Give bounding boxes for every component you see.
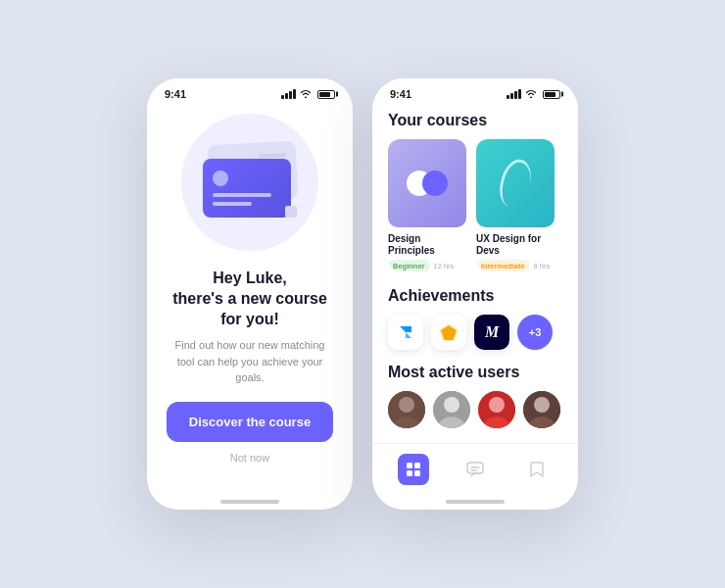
svg-rect-16 <box>407 470 412 476</box>
left-status-bar: 9:41 <box>147 78 353 104</box>
nav-bookmark-icon[interactable] <box>521 454 553 485</box>
right-home-indicator <box>372 494 578 510</box>
course-name-2: UX Design for Devs <box>476 233 555 257</box>
svg-rect-15 <box>414 463 420 468</box>
active-users-title: Most active users <box>388 364 562 381</box>
right-status-bar: 9:41 <box>372 78 578 104</box>
left-text-block: Hey Luke, there's a new course for you! … <box>167 269 333 386</box>
right-status-icons <box>507 89 560 100</box>
left-phone: 9:41 <box>147 78 353 510</box>
svg-point-6 <box>444 397 459 413</box>
achievement-icons-list: M +3 <box>388 315 562 350</box>
svg-point-9 <box>489 397 505 413</box>
thumb-wave <box>495 156 536 211</box>
nav-chat-icon[interactable] <box>459 454 491 485</box>
right-wifi-icon <box>525 89 537 100</box>
left-status-time: 9:41 <box>165 88 186 100</box>
course-hours-1: 12 hrs <box>434 262 455 270</box>
not-now-link[interactable]: Not now <box>230 452 269 464</box>
course-meta-2: Intermediate 8 hrs <box>476 260 555 271</box>
active-users-section: Most active users <box>388 364 562 436</box>
achievements-section: Achievements <box>388 287 562 350</box>
svg-rect-17 <box>414 470 420 476</box>
left-title: Hey Luke, there's a new course for you! <box>167 269 333 329</box>
course-meta-1: Beginner 12 hrs <box>388 260 466 271</box>
left-status-icons <box>281 89 335 100</box>
courses-section-title: Your courses <box>388 112 562 129</box>
course-badge-2: Intermediate <box>476 260 530 271</box>
right-phone: 9:41 <box>372 78 578 510</box>
achievements-more[interactable]: +3 <box>517 315 553 350</box>
card-corner <box>285 206 297 218</box>
wifi-icon <box>300 89 312 100</box>
left-subtitle: Find out how our new matching tool can h… <box>167 337 333 386</box>
discover-button[interactable]: Discover the course <box>167 402 333 442</box>
right-battery-icon <box>543 90 560 99</box>
signal-icon <box>281 89 296 99</box>
sketch-icon[interactable] <box>431 315 466 350</box>
course-badge-1: Beginner <box>388 260 430 271</box>
right-status-time: 9:41 <box>390 88 411 100</box>
course-name-1: Design Principles <box>388 233 466 257</box>
battery-icon <box>317 90 335 99</box>
right-signal-icon <box>507 89 521 99</box>
user-avatar-1[interactable] <box>388 391 425 428</box>
card-illustration <box>201 143 299 221</box>
card-line-1 <box>213 193 271 197</box>
card-icon <box>213 171 228 186</box>
illustration-circle <box>181 114 318 251</box>
user-avatar-2[interactable] <box>433 391 470 428</box>
card-line-2 <box>213 202 252 206</box>
framer-icon[interactable] <box>388 315 423 350</box>
svg-rect-14 <box>407 463 412 468</box>
right-home-bar <box>446 500 505 504</box>
user-avatar-4[interactable] <box>523 391 560 428</box>
course-card-1[interactable]: Design Principles Beginner 12 hrs <box>388 139 466 271</box>
phones-container: 9:41 <box>147 78 578 510</box>
user-avatars-list <box>388 391 562 428</box>
course-card-2[interactable]: UX Design for Devs Intermediate 8 hrs <box>476 139 555 271</box>
card-main <box>203 159 291 218</box>
course-thumb-1 <box>388 139 466 227</box>
right-phone-content: Your courses Design Principles Beginner … <box>372 104 578 443</box>
user-avatar-3[interactable] <box>478 391 515 428</box>
left-phone-content: Hey Luke, there's a new course for you! … <box>147 104 353 494</box>
home-indicator <box>147 494 353 510</box>
svg-point-12 <box>534 397 550 413</box>
course-hours-2: 8 hrs <box>534 262 551 270</box>
home-bar <box>220 500 279 504</box>
svg-point-3 <box>399 397 414 413</box>
courses-list: Design Principles Beginner 12 hrs UX Des… <box>388 139 562 271</box>
course-thumb-2 <box>476 139 555 227</box>
achievements-title: Achievements <box>388 287 562 305</box>
bottom-nav <box>372 443 578 494</box>
miro-icon[interactable]: M <box>474 315 509 350</box>
thumb-circle-purple <box>422 171 448 196</box>
nav-home-icon[interactable] <box>398 454 429 485</box>
